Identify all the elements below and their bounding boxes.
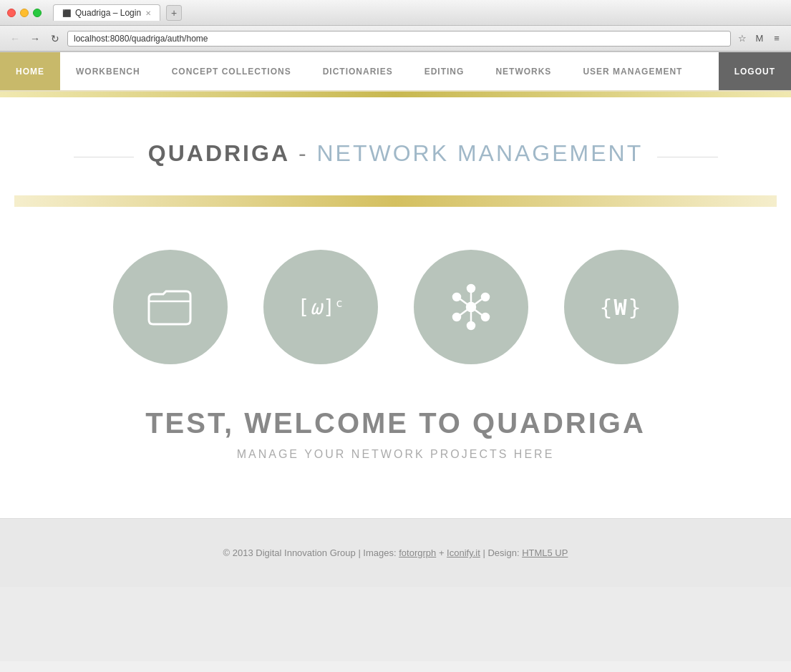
svg-point-2 bbox=[482, 293, 489, 301]
icon-workbench[interactable]: {W} bbox=[564, 250, 679, 364]
welcome-text: TEST, WELCOME TO QUADRIGA MANAGE YOUR NE… bbox=[145, 407, 646, 461]
footer: © 2013 Digital Innovation Group | Images… bbox=[0, 518, 791, 587]
nav-dictionaries[interactable]: DICTIONARIES bbox=[307, 52, 409, 90]
mid-gold-strip bbox=[14, 195, 777, 207]
svg-point-4 bbox=[467, 322, 475, 329]
close-button[interactable] bbox=[7, 9, 16, 17]
toolbar-right: ☆ M ≡ bbox=[735, 31, 784, 46]
nav-home[interactable]: HOME bbox=[0, 52, 60, 90]
page: HOME WORKBENCH CONCEPT COLLECTIONS DICTI… bbox=[0, 52, 791, 661]
svg-point-1 bbox=[467, 285, 475, 292]
forward-button[interactable]: → bbox=[27, 31, 43, 47]
main-title: QUADRIGA - NETWORK MANAGEMENT bbox=[148, 140, 643, 167]
footer-link-html5up[interactable]: HTML5 UP bbox=[522, 547, 568, 558]
icons-row: [ω]c bbox=[113, 250, 679, 364]
svg-point-3 bbox=[482, 313, 489, 321]
title-subtitle: NETWORK MANAGEMENT bbox=[316, 140, 643, 166]
browser-chrome: ⬛ Quadriga – Login ✕ + ← → ↻ ☆ M ≡ bbox=[0, 0, 791, 52]
bookmark-icon[interactable]: ☆ bbox=[735, 31, 749, 46]
refresh-button[interactable]: ↻ bbox=[47, 31, 63, 47]
tab-close-icon[interactable]: ✕ bbox=[145, 9, 151, 17]
svg-point-5 bbox=[453, 313, 460, 321]
network-svg bbox=[442, 278, 500, 336]
welcome-subtitle: MANAGE YOUR NETWORK PROJECTS HERE bbox=[145, 448, 646, 461]
gold-strip bbox=[0, 92, 791, 97]
back-button[interactable]: ← bbox=[7, 31, 23, 47]
nav-concept-collections[interactable]: CONCEPT COLLECTIONS bbox=[156, 52, 307, 90]
nav-logout[interactable]: LOGOUT bbox=[719, 52, 791, 90]
concept-text: [ω]c bbox=[297, 296, 343, 319]
minimize-button[interactable] bbox=[20, 9, 29, 17]
icon-folder[interactable] bbox=[113, 250, 228, 364]
bottom-area: © 2013 Digital Innovation Group | Images… bbox=[0, 518, 791, 661]
icon-network[interactable] bbox=[414, 250, 528, 364]
window-controls bbox=[7, 9, 42, 17]
title-wrapper: QUADRIGA - NETWORK MANAGEMENT bbox=[74, 140, 718, 174]
icon-concept[interactable]: [ω]c bbox=[263, 250, 378, 364]
footer-link-fotorgrph[interactable]: fotorgrph bbox=[399, 547, 436, 558]
address-bar[interactable] bbox=[67, 31, 731, 47]
nav-workbench[interactable]: WORKBENCH bbox=[60, 52, 156, 90]
browser-toolbar: ← → ↻ ☆ M ≡ bbox=[0, 26, 791, 52]
workbench-text: {W} bbox=[599, 295, 642, 320]
main-nav: HOME WORKBENCH CONCEPT COLLECTIONS DICTI… bbox=[0, 52, 791, 92]
hero-section: QUADRIGA - NETWORK MANAGEMENT [ω]c bbox=[0, 97, 791, 518]
title-brand: QUADRIGA bbox=[148, 140, 290, 166]
folder-svg bbox=[142, 278, 199, 336]
new-tab-button[interactable]: + bbox=[166, 5, 182, 21]
title-separator: - bbox=[290, 140, 316, 166]
nav-editing[interactable]: EDITING bbox=[409, 52, 480, 90]
footer-text: © 2013 Digital Innovation Group | Images… bbox=[14, 547, 777, 558]
nav-user-management[interactable]: USER MANAGEMENT bbox=[567, 52, 698, 90]
welcome-title: TEST, WELCOME TO QUADRIGA bbox=[145, 407, 646, 439]
tab-favicon: ⬛ bbox=[62, 9, 71, 17]
nav-networks[interactable]: NETWORKS bbox=[480, 52, 567, 90]
svg-point-6 bbox=[453, 293, 460, 301]
maximize-button[interactable] bbox=[33, 9, 42, 17]
title-bar: ⬛ Quadriga – Login ✕ + bbox=[0, 0, 791, 26]
tab-title: Quadriga – Login bbox=[75, 8, 141, 18]
menu-icon[interactable]: ≡ bbox=[770, 31, 784, 46]
gmail-icon[interactable]: M bbox=[752, 31, 767, 46]
browser-tab[interactable]: ⬛ Quadriga – Login ✕ bbox=[53, 4, 160, 21]
divider-left bbox=[74, 157, 134, 157]
divider-right bbox=[657, 157, 717, 157]
footer-link-iconify[interactable]: Iconify.it bbox=[447, 547, 480, 558]
